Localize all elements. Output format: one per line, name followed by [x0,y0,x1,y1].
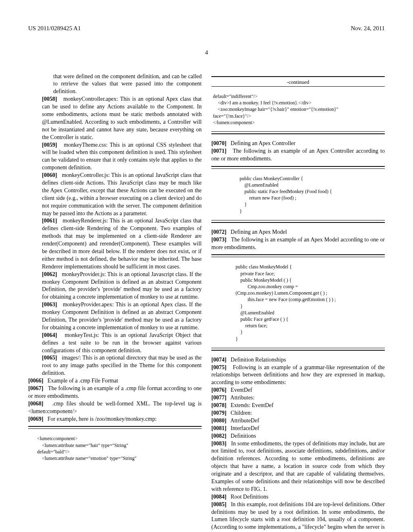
para-num: [0068] [28,401,43,407]
para-num: [0082] [211,433,226,439]
code-block-cmp-continued: -continued default="indifferent"/> <div>… [211,76,385,134]
para-text: monkeyController.js: This is an optional… [42,172,202,216]
para-text: monkeyTheme.css: This is an optional CSS… [42,142,202,171]
para-73: [0073] The following is an example of an… [211,236,385,251]
para-num: [0066] [28,378,43,384]
para-num: [0062] [42,271,57,277]
para-68: [0068] .cmp files should be well-formed … [28,400,202,416]
para-65: [0065] images/: This is an optional dire… [28,354,202,377]
para-text: In some embodiments, the types of defini… [211,441,385,492]
para-text: The following is an example of an Apex M… [211,237,385,250]
rule [211,257,385,257]
para-text: Example of a .cmp File Format [48,378,118,384]
para-85: [0085] In this example, root definitions… [211,501,385,532]
para-text: Root Definitions [231,494,269,500]
para-num: [0083] [211,441,226,447]
publication-number: US 2011/0289425 A1 [28,24,81,32]
para-text: InterfaceDef [231,425,259,431]
para-59: [0059] monkeyTheme.css: This is an optio… [28,141,202,172]
para-text: Definitions [231,433,256,439]
rule [211,348,385,348]
para-text: The following is an example of an Apex C… [211,148,385,162]
para-num: [0073] [211,237,226,243]
para-num: [0070] [211,140,226,146]
code-block-cmp-start: <lumen:component> <lumen:attribute name=… [28,426,202,464]
para-num: [0058] [42,96,57,102]
para-64: [0064] monkeyTest.js: This is an optiona… [28,332,202,355]
para-text: Definition Relationships [231,357,286,363]
para-num: [0074] [211,357,226,363]
para-62: [0062] monkeyProvider.js: This is an opt… [28,271,202,301]
para-num: [0078] [211,402,226,408]
para-text: For example, here is /zoo/monkey/monkey.… [48,416,156,422]
para-text: monkeyController.apex: This is an option… [42,96,202,140]
para-num: [0063] [42,301,57,308]
para-num: [0064] [42,332,57,338]
para-num: [0061] [42,218,57,224]
para-num: [0076] [211,387,226,393]
para-58: [0058] monkeyController.apex: This is an… [28,96,202,141]
two-column-content: that were defined on the component defin… [28,73,385,532]
para-num: [0075] [211,364,226,370]
para-70: [0070] Defining an Apex Controller [211,140,385,148]
publication-date: Nov. 24, 2011 [351,24,385,32]
para-72: [0072] Defining an Apex Model [211,229,385,236]
para-text: .cmp files should be well-formed XML. Th… [28,401,202,414]
para-61: [0061] monkeyRenderer.js: This is an opt… [28,217,202,270]
para-text: monkeyTest.js: This is an optional JavaS… [42,332,202,353]
para-num: [0059] [42,142,57,148]
rule [28,428,202,429]
para-text: EventDef [231,387,252,393]
para-text: monkeyRenderer.js: This is an optional J… [42,218,202,269]
code-text: <lumen:component> <lumen:attribute name=… [28,433,202,464]
code-text: public class MonkeyModel { private Face … [211,261,385,344]
para-77: [0077] Attributes: [211,394,385,402]
code-block-controller: public class MonkeyController { @LumenEn… [211,166,385,223]
para-78: [0078] Extends: EventDef [211,402,385,409]
continued-label: -continued [211,79,385,86]
rule [211,86,385,87]
rule [211,220,385,220]
para-num: [0085] [211,501,226,507]
para-num: [0080] [211,418,226,424]
rule [211,166,385,167]
para-text: Following is an example of a grammar-lik… [211,364,385,386]
rule [211,350,385,351]
rule [28,426,202,427]
para-text: In this example, root definitions 104 ar… [211,501,385,532]
para-num: [0069] [28,416,43,422]
para-84: [0084] Root Definitions [211,493,385,501]
para-text: images/: This is an optional directory t… [42,355,202,376]
para-num: [0060] [42,172,57,178]
page-header: US 2011/0289425 A1 Nov. 24, 2011 [28,24,385,32]
para-71: [0071] The following is an example of an… [211,148,385,163]
code-text: public class MonkeyController { @LumenEn… [211,173,385,217]
page-number: 4 [28,48,385,56]
para-text: Defining an Apex Model [231,229,287,235]
para-81: [0081] InterfaceDef [211,425,385,432]
para-num: [0067] [28,385,43,391]
column-left: that were defined on the component defin… [28,73,202,532]
para-text: monkeyProvider.js: This is an optional J… [42,271,202,300]
rule [211,133,385,134]
para-text: AttributeDef [230,418,259,424]
para-num: [0081] [211,425,226,431]
para-63: [0063] monkeyProvider.apex: This is an o… [28,301,202,332]
rule [211,254,385,255]
para-num: [0071] [211,148,226,154]
para-text: monkeyProvider.apex: This is an optional… [42,301,202,330]
para-text: Defining an Apex Controller [231,140,296,146]
para-text: Children: [231,410,252,416]
rule [211,168,385,169]
para-num: [0077] [211,395,226,401]
para-60: [0060] monkeyController.js: This is an o… [28,172,202,217]
para-67: [0067] The following is an example of a … [28,385,202,400]
para-74: [0074] Definition Relationships [211,356,385,364]
rule [211,131,385,132]
para-75: [0075] Following is an example of a gram… [211,364,385,387]
para-num: [0084] [211,494,226,500]
rule [211,76,385,77]
code-text: default="indifferent"/> <div>I am a monk… [211,91,385,128]
para-num: [0079] [211,410,226,416]
para-num: [0072] [211,229,226,235]
